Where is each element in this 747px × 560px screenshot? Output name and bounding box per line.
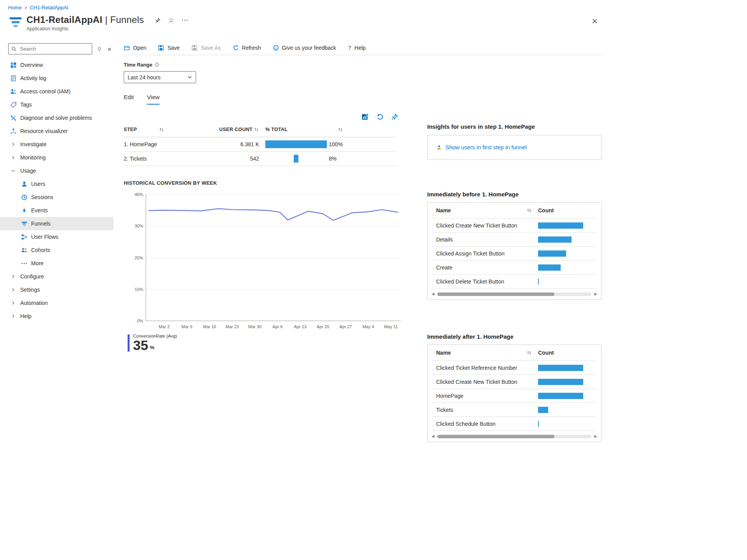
sidebar-item-monitoring[interactable]: Monitoring (0, 151, 114, 164)
sidebar-search-box[interactable] (8, 43, 92, 54)
breadcrumb-home-link[interactable]: Home (8, 5, 22, 10)
before-horizontal-scrollbar[interactable]: ◀ ▶ (431, 292, 597, 296)
sidebar-item-label: Events (31, 207, 48, 214)
sort-icon[interactable] (254, 127, 259, 132)
column-count: Count (538, 207, 593, 214)
insight-count-bar (538, 393, 583, 399)
search-input[interactable] (19, 46, 89, 52)
sort-icon[interactable] (526, 350, 532, 355)
sidebar-item-label: Activity log (20, 75, 46, 81)
pin-to-dashboard-icon[interactable] (391, 113, 398, 121)
insight-row[interactable]: HomePage (432, 389, 597, 403)
sidebar-item-funnels[interactable]: Funnels (0, 217, 114, 230)
insight-count-bar (538, 365, 583, 371)
sidebar-item-label: Automation (20, 300, 48, 306)
sidebar-item-configure[interactable]: Configure (0, 270, 114, 283)
scroll-left-icon[interactable]: ◀ (431, 292, 435, 296)
favorite-star-icon[interactable]: ☆ (168, 18, 174, 23)
insight-row[interactable]: Clicked Schedule Button (432, 417, 597, 431)
search-icon (11, 46, 17, 52)
sidebar-item-events[interactable]: Events (0, 204, 114, 217)
sidebar-nav: OverviewActivity logAccess control (IAM)… (0, 58, 114, 323)
insight-row[interactable]: Details (432, 233, 597, 247)
scrollbar-track[interactable] (437, 435, 592, 438)
svg-text:Mar 30: Mar 30 (248, 324, 261, 329)
sort-icon[interactable] (526, 208, 532, 213)
tab-edit[interactable]: Edit (124, 94, 134, 105)
insight-row[interactable]: Tickets (432, 403, 597, 417)
conversion-avg-value: 35 (133, 339, 148, 352)
menu-options-icon[interactable] (97, 46, 102, 51)
insight-row[interactable]: Clicked Create New Ticket Button (432, 375, 597, 389)
save-button[interactable]: Save (158, 45, 180, 51)
insight-count-cell (538, 222, 593, 229)
sidebar-item-label: Users (31, 181, 46, 187)
more-options-icon[interactable]: ⋯ (181, 18, 188, 22)
resource-menu-sidebar: « OverviewActivity logAccess control (IA… (0, 40, 114, 560)
insight-event-name: HomePage (436, 393, 538, 399)
sidebar-item-sessions[interactable]: Sessions (0, 191, 114, 204)
sidebar-item-users[interactable]: Users (0, 177, 114, 191)
sidebar-item-tags[interactable]: Tags (0, 98, 114, 111)
close-icon[interactable] (591, 18, 598, 25)
sidebar-item-access-control-iam[interactable]: Access control (IAM) (0, 85, 114, 98)
help-button[interactable]: ? Help (348, 44, 366, 51)
insight-count-cell (538, 365, 593, 371)
show-users-link[interactable]: Show users in first step in funnel (445, 144, 527, 150)
scroll-right-icon[interactable]: ▶ (594, 292, 597, 296)
main-content: Open Save Save As Refresh Give us your f… (124, 40, 601, 442)
scrollbar-thumb[interactable] (437, 435, 554, 438)
collapse-menu-icon[interactable]: « (108, 46, 111, 52)
time-range-dropdown[interactable]: Last 24 hours (124, 71, 196, 83)
insight-row[interactable]: Clicked Assign Ticket Button (432, 247, 597, 261)
sidebar-item-usage[interactable]: Usage (0, 164, 114, 177)
refresh-button[interactable]: Refresh (233, 45, 261, 51)
sidebar-item-automation[interactable]: Automation (0, 296, 114, 310)
insight-row[interactable]: Clicked Ticket Reference Number (432, 361, 597, 375)
page-subtitle: Application Insights (26, 26, 188, 32)
feedback-button[interactable]: Give us your feedback (273, 45, 336, 51)
sidebar-item-overview[interactable]: Overview (0, 58, 114, 72)
breadcrumb-current-link[interactable]: CH1-RetailAppAI (30, 5, 68, 10)
sidebar-item-activity-log[interactable]: Activity log (0, 72, 114, 85)
sidebar-item-label: Access control (IAM) (20, 88, 70, 94)
open-button[interactable]: Open (124, 45, 146, 51)
sidebar-item-label: Investigate (20, 141, 47, 147)
scroll-right-icon[interactable]: ▶ (594, 434, 597, 438)
sort-icon[interactable] (159, 127, 164, 132)
pin-blade-icon[interactable] (155, 18, 161, 23)
sidebar-item-cohorts[interactable]: Cohorts (0, 243, 114, 257)
save-icon (158, 45, 164, 51)
insight-row[interactable]: Clicked Delete Ticket Button (432, 275, 597, 289)
funnel-results-column: STEP USER COUNT % TOTAL (124, 105, 404, 442)
time-range-value: Last 24 hours (128, 74, 161, 80)
info-icon[interactable] (154, 62, 160, 67)
sidebar-item-investigate[interactable]: Investigate (0, 138, 114, 151)
chevron-down-icon (11, 168, 16, 173)
insight-row[interactable]: Create (432, 261, 597, 275)
funnel-step-row[interactable]: 2. Tickets5428% (124, 152, 396, 166)
scrollbar-thumb[interactable] (437, 292, 554, 296)
svg-text:30%: 30% (135, 224, 143, 228)
scrollbar-track[interactable] (437, 292, 592, 296)
sort-icon[interactable] (338, 127, 343, 132)
workbooks-icon[interactable] (361, 113, 369, 121)
before-table: Name Count Clicked Create New Ticket But… (427, 202, 601, 300)
funnel-table: STEP USER COUNT % TOTAL (124, 122, 396, 166)
time-range-label: Time Range (124, 62, 152, 68)
undo-icon[interactable] (376, 113, 384, 121)
sidebar-item-resource-visualizer[interactable]: Resource visualizer (0, 124, 114, 138)
sidebar-item-settings[interactable]: Settings (0, 283, 114, 296)
after-horizontal-scrollbar[interactable]: ◀ ▶ (431, 434, 597, 438)
funnel-step-row[interactable]: 1. HomePage6.381 K100% (124, 137, 396, 152)
insight-row[interactable]: Clicked Create New Ticket Button (432, 219, 597, 233)
sidebar-item-user-flows[interactable]: User Flows (0, 230, 114, 243)
scroll-left-icon[interactable]: ◀ (431, 434, 435, 438)
tab-view[interactable]: View (147, 94, 160, 105)
sidebar-item-label: Monitoring (20, 154, 46, 161)
insights-heading: Insights for users in step 1. HomePage (427, 123, 601, 130)
sidebar-item-diagnose-and-solve-problems[interactable]: Diagnose and solve problems (0, 111, 114, 124)
funnel-pct-label: 100% (329, 141, 396, 147)
sidebar-item-more[interactable]: More (0, 257, 114, 270)
sidebar-item-help[interactable]: Help (0, 310, 114, 323)
